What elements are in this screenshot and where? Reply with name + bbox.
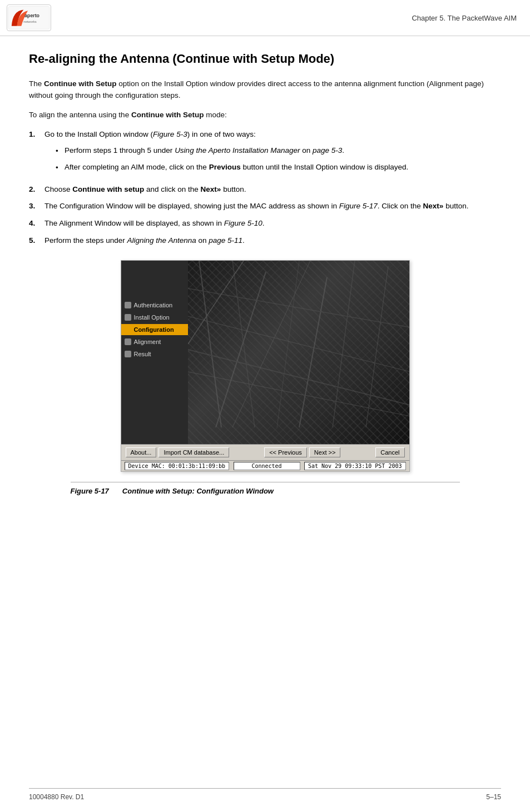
step-3: 3. The Configuration Window will be disp… <box>29 201 501 212</box>
main-content: Re-aligning the Antenna (Continue with S… <box>0 36 530 515</box>
step-2-num: 2. <box>29 184 44 196</box>
steps-list: 1. Go to the Install Option window (Figu… <box>29 129 501 247</box>
step-3-text: The Configuration Window will be display… <box>44 201 501 212</box>
bullet-dot-2: • <box>56 162 65 174</box>
step-4: 4. The Alignment Window will be displaye… <box>29 218 501 230</box>
svg-line-6 <box>277 261 299 427</box>
figure-main-display: MAC address: 00 01 3b 11 09 bb <box>188 261 409 444</box>
chapter-title: Chapter 5. The PacketWave AIM <box>412 14 517 22</box>
step-5: 5. Perform the steps under Aligning the … <box>29 235 501 247</box>
step-1-text: Go to the Install Option window (Figure … <box>44 129 501 178</box>
align-intro: To align the antenna using the Continue … <box>29 109 501 121</box>
nav-dot-auth <box>125 302 131 308</box>
scaffold-svg <box>188 261 409 444</box>
nav-dot-config <box>125 326 131 333</box>
figure-main-area: Authentication Install Option Configurat… <box>121 261 409 444</box>
step-4-text: The Alignment Window will be displayed, … <box>44 218 501 230</box>
figure-caption: Figure 5-17 Continue with Setup: Configu… <box>71 482 460 495</box>
company-logo: aperto networks <box>7 4 51 31</box>
status-connection: Connected <box>234 462 300 470</box>
step-4-num: 4. <box>29 218 44 230</box>
svg-line-7 <box>299 277 327 427</box>
figure-sidebar-nav: Authentication Install Option Configurat… <box>121 261 188 444</box>
page-footer: 10004880 Rev. D1 5–15 <box>29 788 501 801</box>
figure-container: Authentication Install Option Configurat… <box>29 260 501 495</box>
svg-line-12 <box>188 350 409 405</box>
bullet-2: • After completing an AIM mode, click on… <box>56 162 501 174</box>
footer-left: 10004880 Rev. D1 <box>29 793 84 801</box>
bullet-1: • Perform steps 1 through 5 under Using … <box>56 145 501 157</box>
page-title: Re-aligning the Antenna (Continue with S… <box>29 52 501 66</box>
previous-button[interactable]: << Previous <box>264 447 307 457</box>
svg-line-5 <box>216 272 266 427</box>
nav-label-result: Result <box>134 351 151 357</box>
svg-line-8 <box>333 261 355 427</box>
logo-svg: aperto networks <box>7 5 51 31</box>
nav-dot-result <box>125 351 131 357</box>
nav-label-install: Install Option <box>134 314 170 321</box>
step-1-bullets: • Perform steps 1 through 5 under Using … <box>56 145 501 174</box>
nav-install-option: Install Option <box>121 312 188 323</box>
svg-line-4 <box>232 261 255 427</box>
nav-label-config: Configuration <box>134 326 174 333</box>
nav-dot-install <box>125 314 131 321</box>
footer-right: 5–15 <box>486 793 501 801</box>
status-date: Sat Nov 29 09:33:10 PST 2003 <box>304 462 406 470</box>
nav-authentication: Authentication <box>121 300 188 311</box>
page: aperto networks Chapter 5. The PacketWav… <box>0 0 530 812</box>
status-mac: Device MAC: 00:01:3b:11:09:bb <box>125 462 230 470</box>
figure-toolbar: About... Import CM database... << Previo… <box>121 444 409 460</box>
fig-ref-5-3: Figure 5-3 <box>153 130 187 138</box>
page-header: aperto networks Chapter 5. The PacketWav… <box>0 0 530 36</box>
next-button[interactable]: Next >> <box>309 447 341 457</box>
step-2: 2. Choose Continue with setup and click … <box>29 184 501 196</box>
svg-line-9 <box>366 266 388 427</box>
scaffold-background <box>188 261 409 444</box>
step-2-text: Choose Continue with setup and click on … <box>44 184 501 196</box>
step-5-text: Perform the steps under Aligning the Ant… <box>44 235 501 247</box>
figure-caption-text: Continue with Setup: Configuration Windo… <box>122 487 274 495</box>
cancel-button[interactable]: Cancel <box>375 447 404 457</box>
svg-line-11 <box>188 316 409 372</box>
svg-text:networks: networks <box>23 20 36 23</box>
bullet-1-text: Perform steps 1 through 5 under Using th… <box>65 145 344 157</box>
intro-paragraph: The Continue with Setup option on the In… <box>29 78 501 102</box>
nav-alignment: Alignment <box>121 336 188 347</box>
svg-text:aperto: aperto <box>24 13 39 18</box>
nav-label-auth: Authentication <box>134 302 173 308</box>
svg-line-3 <box>199 261 221 427</box>
about-button[interactable]: About... <box>126 447 157 457</box>
step-1: 1. Go to the Install Option window (Figu… <box>29 129 501 178</box>
import-cm-button[interactable]: Import CM database... <box>158 447 229 457</box>
logo-area: aperto networks <box>7 4 51 31</box>
step-1-num: 1. <box>29 129 44 178</box>
bullet-dot-1: • <box>56 145 65 157</box>
step-5-num: 5. <box>29 235 44 247</box>
nav-configuration: Configuration <box>121 324 188 335</box>
figure-window: Authentication Install Option Configurat… <box>121 260 410 472</box>
bullet-2-text: After completing an AIM mode, click on t… <box>65 162 408 174</box>
nav-result: Result <box>121 348 188 360</box>
svg-line-14 <box>188 261 244 344</box>
nav-label-align: Alignment <box>134 338 161 345</box>
nav-dot-align <box>125 338 131 345</box>
step-3-num: 3. <box>29 201 44 212</box>
figure-statusbar: Device MAC: 00:01:3b:11:09:bb Connected … <box>121 460 409 471</box>
figure-caption-label: Figure 5-17 <box>71 487 109 495</box>
